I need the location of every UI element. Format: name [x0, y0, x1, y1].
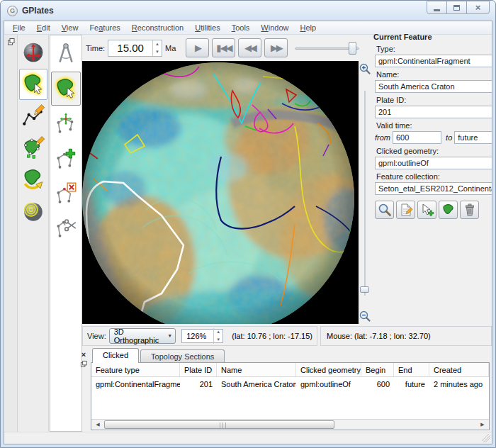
- edit-topology-geometry-tool[interactable]: [19, 133, 47, 164]
- clicked-dock: × Clicked Topology Sections Feature type…: [77, 348, 492, 432]
- current-feature-panel: Current Feature Type: gpml:ContinentalFr…: [372, 31, 492, 325]
- clone-feature-button[interactable]: [439, 201, 458, 219]
- query-feature-button[interactable]: [375, 201, 394, 219]
- cell-begin: 600: [361, 380, 394, 388]
- measure-distance-icon: [54, 42, 78, 66]
- small-circle-tool[interactable]: [19, 196, 47, 228]
- table-header-row[interactable]: Feature type Plate ID Name Clicked geome…: [91, 363, 489, 377]
- seek-start-button[interactable]: ▮◀◀: [212, 38, 235, 57]
- spin-up-icon[interactable]: ▲: [153, 40, 162, 48]
- title-bar[interactable]: G GPlates ×: [1, 1, 495, 21]
- maximize-button[interactable]: [446, 1, 467, 14]
- close-button[interactable]: ×: [466, 1, 490, 14]
- edit-feature-button[interactable]: [396, 201, 415, 219]
- delete-feature-button[interactable]: [460, 201, 479, 219]
- minimize-icon: [434, 9, 440, 11]
- toolbar-dock-strip[interactable]: [5, 35, 18, 432]
- zoom-slider-thumb[interactable]: [360, 286, 369, 293]
- split-feature-tool[interactable]: [51, 211, 81, 245]
- scroll-right-icon[interactable]: ▶: [478, 420, 487, 429]
- small-circle-icon: [21, 200, 45, 224]
- dock-close-icon[interactable]: ×: [81, 351, 86, 359]
- valid-to-field[interactable]: future: [454, 131, 492, 144]
- clicked-geometry-field[interactable]: gpml:outlineOf: [375, 157, 492, 169]
- time-slider[interactable]: [295, 41, 359, 55]
- clone-geometry-button[interactable]: [417, 201, 436, 219]
- menu-features[interactable]: Features: [84, 22, 125, 33]
- menu-reconstruction[interactable]: Reconstruction: [126, 22, 189, 33]
- valid-from-field[interactable]: 600: [393, 131, 441, 144]
- spin-up-icon[interactable]: ▲: [214, 328, 222, 336]
- tab-clicked[interactable]: Clicked: [92, 348, 139, 363]
- modify-reconstruction-pole-tool[interactable]: [19, 164, 47, 196]
- step-forward-button[interactable]: ▶▶: [264, 38, 288, 57]
- col-name[interactable]: Name: [217, 363, 296, 376]
- move-vertex-icon: [54, 111, 78, 135]
- view-controls: View: 3D Orthographic ▼ 126% ▲▼ (lat: 10…: [82, 326, 317, 346]
- type-field[interactable]: gpml:ContinentalFragment: [375, 55, 492, 67]
- measure-distance-tool[interactable]: [51, 37, 81, 71]
- globe-view[interactable]: [82, 61, 359, 324]
- delete-feature-icon: [463, 203, 477, 217]
- globe-canvas[interactable]: [82, 61, 359, 324]
- col-begin[interactable]: Begin: [361, 363, 394, 376]
- menu-edit[interactable]: Edit: [31, 22, 56, 33]
- projection-value: 3D Orthographic: [114, 327, 159, 345]
- zoom-out-icon[interactable]: [359, 310, 371, 323]
- col-end[interactable]: End: [394, 363, 429, 376]
- dock-float-icon[interactable]: [80, 360, 88, 368]
- mouse-coordinates: Mouse: (lat: -7.18 ; lon: 32.70): [320, 326, 492, 346]
- col-created[interactable]: Created: [429, 363, 489, 376]
- zoom-strip: [359, 61, 371, 324]
- time-spinner[interactable]: ▲▼: [152, 40, 162, 56]
- zoom-percent-spinner[interactable]: ▲▼: [213, 328, 222, 344]
- float-toolbar-icon[interactable]: [7, 38, 16, 46]
- col-plate-id[interactable]: Plate ID: [180, 363, 217, 376]
- step-back-button[interactable]: ◀◀: [238, 38, 261, 57]
- name-label: Name:: [376, 70, 492, 79]
- move-vertex-tool[interactable]: [51, 106, 81, 140]
- reorient-globe-tool[interactable]: [19, 37, 47, 68]
- reorient-globe-icon: [21, 40, 45, 65]
- delete-vertex-tool[interactable]: [51, 176, 81, 210]
- play-button[interactable]: ▶: [186, 38, 209, 57]
- plate-id-field[interactable]: 201: [375, 106, 492, 118]
- tab-topology-sections[interactable]: Topology Sections: [140, 349, 225, 363]
- choose-feature-tool[interactable]: [19, 69, 47, 100]
- zoom-percent-spinbox[interactable]: 126% ▲▼: [181, 329, 223, 343]
- menu-help[interactable]: Help: [295, 22, 322, 33]
- time-slider-thumb[interactable]: [349, 42, 356, 55]
- col-clicked-geometry[interactable]: Clicked geometry: [296, 363, 361, 376]
- clicked-geometry-label: Clicked geometry:: [376, 147, 492, 155]
- resize-grip[interactable]: [482, 434, 490, 442]
- spin-down-icon[interactable]: ▼: [214, 336, 222, 344]
- menu-file[interactable]: File: [7, 22, 31, 33]
- table-row[interactable]: gpml:ContinentalFragment 201 South Ameri…: [91, 377, 489, 391]
- minimize-button[interactable]: [427, 1, 447, 14]
- menu-utilities[interactable]: Utilities: [189, 22, 225, 33]
- cell-feature-type: gpml:ContinentalFragment: [91, 380, 180, 388]
- digitise-geometry-tool[interactable]: [19, 101, 47, 132]
- time-spinbox[interactable]: 15.00 ▲▼: [108, 40, 162, 57]
- time-value[interactable]: 15.00: [108, 42, 152, 54]
- main-tool-column: [18, 35, 49, 432]
- modify-reconstruction-pole-icon: [21, 168, 45, 192]
- click-geometry-tool[interactable]: [51, 72, 81, 106]
- zoom-slider-track[interactable]: [364, 91, 366, 296]
- clone-geometry-icon: [420, 203, 434, 217]
- menu-window[interactable]: Window: [255, 22, 294, 33]
- zoom-in-icon[interactable]: [359, 62, 371, 75]
- scrollbar-thumb[interactable]: [104, 420, 334, 429]
- insert-vertex-tool[interactable]: [51, 141, 81, 175]
- menu-view[interactable]: View: [56, 22, 84, 33]
- seek-start-icon: ▮◀◀: [216, 43, 231, 53]
- projection-combo[interactable]: 3D Orthographic ▼: [109, 328, 176, 344]
- horizontal-scrollbar[interactable]: ◀ ▶: [91, 419, 489, 430]
- feature-collection-field[interactable]: Seton_etal_ESR2012_ContinentalPol: [375, 182, 492, 195]
- step-forward-icon: ▶▶: [271, 43, 282, 53]
- name-field[interactable]: South America Craton: [375, 80, 492, 93]
- col-feature-type[interactable]: Feature type: [91, 363, 180, 376]
- spin-down-icon[interactable]: ▼: [153, 48, 162, 56]
- scroll-left-icon[interactable]: ◀: [93, 420, 103, 429]
- menu-tools[interactable]: Tools: [226, 22, 256, 33]
